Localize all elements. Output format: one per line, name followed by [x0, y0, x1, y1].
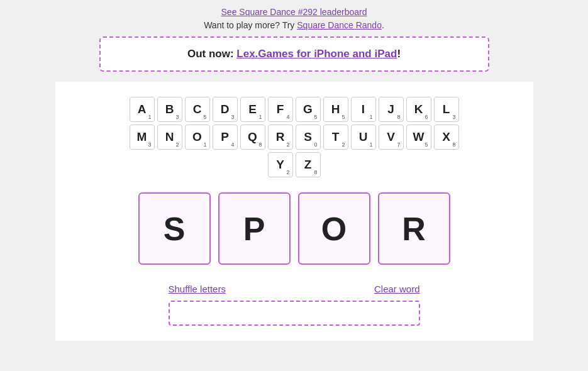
letter-tile-h[interactable]: H5	[323, 97, 348, 122]
word-tile-s[interactable]: S	[138, 192, 211, 265]
bottom-actions: Shuffle letters Clear word	[169, 284, 420, 294]
letter-tile-u[interactable]: U1	[351, 125, 376, 150]
letter-tile-s[interactable]: S0	[296, 125, 321, 150]
letter-tile-y[interactable]: Y2	[268, 152, 293, 177]
letter-tile-d[interactable]: D3	[213, 97, 238, 122]
letter-tile-o[interactable]: O1	[185, 125, 210, 150]
letter-tile-k[interactable]: K6	[406, 97, 431, 122]
word-tiles: SPOR	[138, 192, 450, 265]
more-text: Want to play more? Try	[204, 20, 297, 30]
letter-tile-w[interactable]: W5	[406, 125, 431, 150]
letter-tile-l[interactable]: L3	[434, 97, 459, 122]
top-links: See Square Dance #292 leaderboard Want t…	[204, 6, 384, 30]
letter-tile-v[interactable]: V7	[379, 125, 404, 150]
letter-tile-g[interactable]: G5	[296, 97, 321, 122]
clear-word-button[interactable]: Clear word	[374, 284, 420, 294]
promo-link[interactable]: Lex.Games for iPhone and iPad	[236, 48, 397, 60]
letter-tile-x[interactable]: X8	[434, 125, 459, 150]
letter-tile-f[interactable]: F4	[268, 97, 293, 122]
promo-banner: Out now: Lex.Games for iPhone and iPad!	[99, 36, 489, 72]
letter-tile-b[interactable]: B3	[157, 97, 182, 122]
word-input-area[interactable]	[169, 301, 420, 326]
rando-link[interactable]: Square Dance Rando	[297, 20, 382, 30]
letter-tile-m[interactable]: M3	[130, 125, 155, 150]
period: .	[382, 20, 384, 30]
letter-tile-r[interactable]: R2	[268, 125, 293, 150]
letter-tile-j[interactable]: J8	[379, 97, 404, 122]
letter-tile-c[interactable]: C5	[185, 97, 210, 122]
game-area: A1B3C5D3E1F4G5H5I1J8K6L3M3N2O1P4Q8R2S0T2…	[55, 82, 533, 341]
letter-tile-q[interactable]: Q8	[240, 125, 265, 150]
letter-tile-i[interactable]: I1	[351, 97, 376, 122]
letter-tile-e[interactable]: E1	[240, 97, 265, 122]
letter-tile-z[interactable]: Z8	[296, 152, 321, 177]
word-tile-o[interactable]: O	[298, 192, 370, 265]
letter-grid: A1B3C5D3E1F4G5H5I1J8K6L3M3N2O1P4Q8R2S0T2…	[125, 97, 464, 177]
letter-tile-n[interactable]: N2	[157, 125, 182, 150]
promo-exclaim: !	[397, 48, 401, 60]
letter-tile-a[interactable]: A1	[130, 97, 155, 122]
letter-tile-p[interactable]: P4	[213, 125, 238, 150]
out-now-label: Out now:	[187, 48, 236, 60]
word-tile-r[interactable]: R	[378, 192, 450, 265]
shuffle-button[interactable]: Shuffle letters	[169, 284, 226, 294]
letter-tile-t[interactable]: T2	[323, 125, 348, 150]
word-tile-p[interactable]: P	[218, 192, 291, 265]
leaderboard-link[interactable]: See Square Dance #292 leaderboard	[221, 7, 367, 17]
